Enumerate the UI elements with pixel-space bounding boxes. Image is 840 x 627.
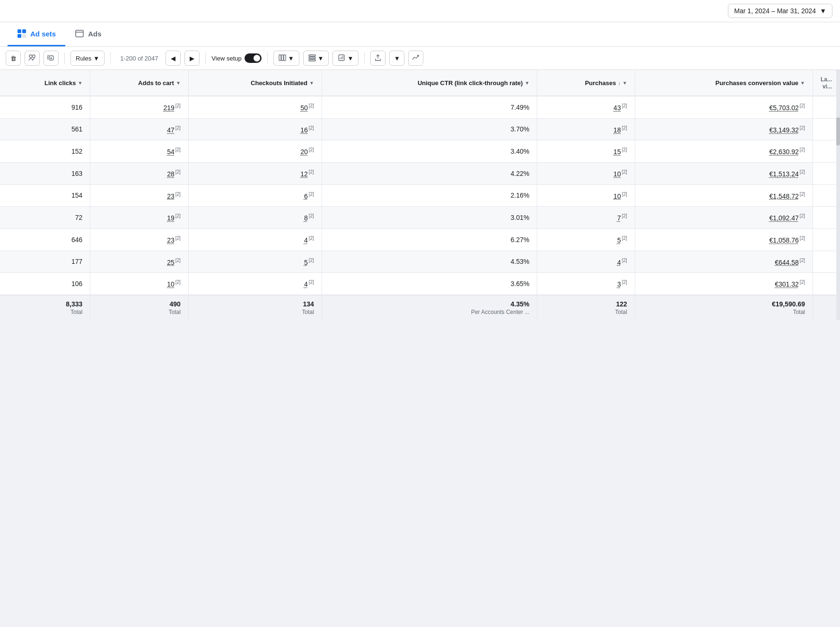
toolbar: 🗑 Rules ▼ 1-200 of 2047 ◀ ▶ <box>0 47 840 70</box>
chevron-left-icon: ◀ <box>171 55 175 62</box>
table-row[interactable]: 64623[2]4[2]6.27%5[2]€1,058.76[2] <box>0 228 840 251</box>
table-cell: 10[2] <box>90 273 189 295</box>
table-row[interactable]: 15254[2]20[2]3.40%15[2]€2,630.92[2] <box>0 140 840 163</box>
scrollbar-track[interactable] <box>836 70 840 320</box>
export-button[interactable] <box>370 51 385 66</box>
view-setup-label: View setup <box>211 55 241 62</box>
table-row[interactable]: 16328[2]12[2]4.22%10[2]€1,513.24[2] <box>0 162 840 184</box>
tab-adsets[interactable]: Ad sets <box>8 22 65 46</box>
table-cell: 19[2] <box>90 207 189 229</box>
table-cell: 152 <box>0 140 90 163</box>
export-icon <box>374 54 382 63</box>
audience-button[interactable] <box>25 51 40 66</box>
reports-button[interactable]: ▼ <box>332 51 359 66</box>
svg-rect-11 <box>284 55 286 61</box>
next-page-button[interactable]: ▶ <box>184 51 200 66</box>
table-cell: 916 <box>0 96 90 118</box>
table-cell: 20[2] <box>188 140 322 163</box>
table-cell: 3[2] <box>537 273 635 295</box>
table-cell: 5[2] <box>537 228 635 251</box>
table-cell: 2.16% <box>322 184 537 207</box>
chevron-down-icon-export: ▼ <box>394 55 400 62</box>
rules-button[interactable]: Rules ▼ <box>70 51 105 66</box>
col-label-adds-to-cart: Adds to cart <box>138 79 174 87</box>
col-header-purchases-conv-value[interactable]: Purchases conversion value ▼ <box>635 70 813 96</box>
col-header-link-clicks[interactable]: Link clicks ▼ <box>0 70 90 96</box>
col-label-purchases-conv-value: Purchases conversion value <box>715 79 798 87</box>
table-cell: €5,703.02[2] <box>635 96 813 118</box>
table-row[interactable]: 15423[2]6[2]2.16%10[2]€1,548.72[2] <box>0 184 840 207</box>
columns-button[interactable]: ▼ <box>273 51 299 66</box>
export-dropdown-button[interactable]: ▼ <box>389 51 404 66</box>
svg-point-7 <box>32 55 35 58</box>
trash-icon: 🗑 <box>10 55 17 62</box>
table-row[interactable]: 56147[2]16[2]3.70%18[2]€3,149.32[2] <box>0 118 840 140</box>
table-row[interactable]: 17725[2]5[2]4.53%4[2]€644.58[2] <box>0 251 840 273</box>
col-header-adds-to-cart[interactable]: Adds to cart ▼ <box>90 70 189 96</box>
data-table-container: Link clicks ▼ Adds to cart ▼ Checkouts I… <box>0 70 840 320</box>
svg-rect-10 <box>281 55 283 61</box>
adsets-tab-label: Ad sets <box>30 30 56 38</box>
table-cell: €2,630.92[2] <box>635 140 813 163</box>
table-row[interactable]: 10610[2]4[2]3.65%3[2]€301.32[2] <box>0 273 840 295</box>
total-last <box>813 295 840 320</box>
trend-icon <box>412 54 420 63</box>
col-label-unique-ctr: Unique CTR (link click-through rate) <box>418 79 523 87</box>
table-cell <box>813 96 840 118</box>
dropdown-icon-link-clicks: ▼ <box>78 80 82 86</box>
table-cell: €1,513.24[2] <box>635 162 813 184</box>
table-cell <box>813 118 840 140</box>
view-setup: View setup <box>211 53 261 63</box>
delete-button[interactable]: 🗑 <box>6 51 21 66</box>
duplicate-button[interactable] <box>44 51 59 66</box>
svg-rect-13 <box>309 57 315 59</box>
table-cell <box>813 162 840 184</box>
table-row[interactable]: 916219[2]50[2]7.49%43[2]€5,703.02[2] <box>0 96 840 118</box>
table-cell: 72 <box>0 207 90 229</box>
table-cell: €301.32[2] <box>635 273 813 295</box>
dropdown-icon-unique-ctr: ▼ <box>525 80 529 86</box>
total-purchases: 122 Total <box>537 295 635 320</box>
table-row[interactable]: 7219[2]8[2]3.01%7[2]€1,092.47[2] <box>0 207 840 229</box>
table-cell: 6[2] <box>188 184 322 207</box>
ads-icon <box>75 29 84 38</box>
col-label-link-clicks: Link clicks <box>44 79 76 87</box>
svg-rect-12 <box>309 55 315 56</box>
table-cell: 4[2] <box>188 228 322 251</box>
date-range-button[interactable]: Mar 1, 2024 – Mar 31, 2024 ▼ <box>728 4 832 18</box>
divider-2 <box>110 52 111 64</box>
table-cell: €1,092.47[2] <box>635 207 813 229</box>
total-unique-ctr-label: Per Accounts Center ... <box>471 309 529 315</box>
dropdown-icon-purchases-conv: ▼ <box>800 80 805 86</box>
svg-rect-3 <box>22 34 26 38</box>
total-purchases-label: Total <box>615 309 627 315</box>
breakdown-button[interactable]: ▼ <box>303 51 329 66</box>
tab-ads[interactable]: Ads <box>65 22 111 46</box>
scrollbar-thumb[interactable] <box>836 117 840 146</box>
dropdown-icon-adds-to-cart: ▼ <box>176 80 181 86</box>
table-cell: 3.70% <box>322 118 537 140</box>
table-cell: 10[2] <box>537 162 635 184</box>
table-cell: 3.40% <box>322 140 537 163</box>
table-cell: €644.58[2] <box>635 251 813 273</box>
table-cell: 7[2] <box>537 207 635 229</box>
table-body: 916219[2]50[2]7.49%43[2]€5,703.02[2]5614… <box>0 96 840 295</box>
col-header-purchases[interactable]: Purchases ↓ ▼ <box>537 70 635 96</box>
total-adds-to-cart-value: 490 <box>98 300 181 308</box>
prev-page-button[interactable]: ◀ <box>166 51 181 66</box>
col-label-last: La...vi... <box>821 76 832 90</box>
table-cell: 18[2] <box>537 118 635 140</box>
total-adds-to-cart: 490 Total <box>90 295 189 320</box>
table-cell: 3.01% <box>322 207 537 229</box>
adsets-icon <box>17 29 26 38</box>
audience-icon <box>28 54 36 63</box>
trend-button[interactable] <box>408 51 423 66</box>
total-purchases-value: 122 <box>545 300 627 308</box>
table-cell: 154 <box>0 184 90 207</box>
col-header-checkouts-initiated[interactable]: Checkouts Initiated ▼ <box>188 70 322 96</box>
col-header-unique-ctr[interactable]: Unique CTR (link click-through rate) ▼ <box>322 70 537 96</box>
view-setup-toggle[interactable] <box>245 53 262 63</box>
top-bar: Mar 1, 2024 – Mar 31, 2024 ▼ <box>0 0 840 22</box>
total-unique-ctr: 4.35% Per Accounts Center ... <box>322 295 537 320</box>
table-cell: 12[2] <box>188 162 322 184</box>
